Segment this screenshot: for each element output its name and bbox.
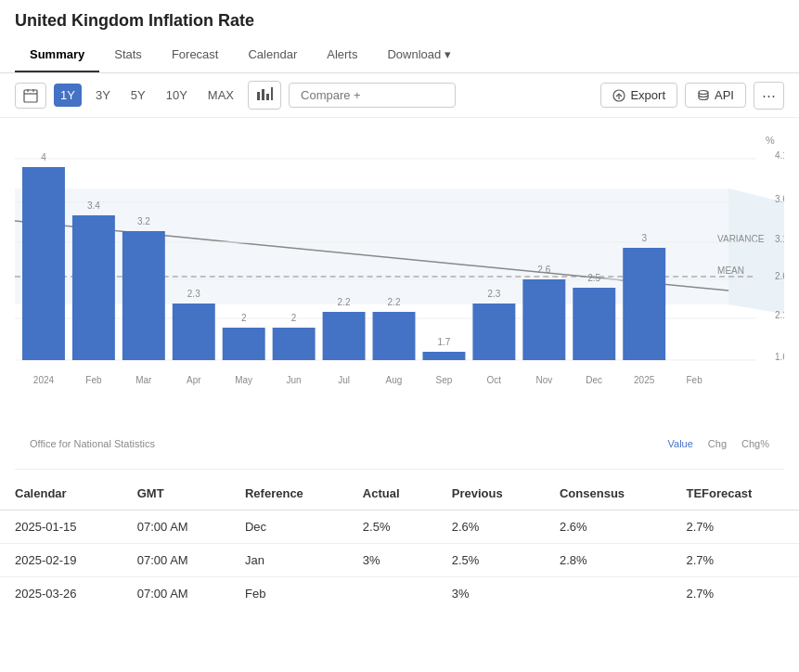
col-reference: Reference (230, 477, 348, 510)
period-5y[interactable]: 5Y (124, 84, 152, 107)
bar-apr (173, 304, 215, 360)
value-link[interactable]: Value (668, 438, 693, 449)
cell-0: 2025-02-19 (0, 544, 122, 577)
svg-text:2: 2 (241, 313, 247, 323)
svg-text:2.1: 2.1 (775, 310, 784, 320)
bar-2024 (22, 167, 65, 360)
cell-6: 2.7% (671, 544, 799, 577)
svg-rect-4 (257, 92, 260, 100)
svg-text:4.1: 4.1 (775, 150, 784, 161)
cell-0: 2025-01-15 (0, 510, 122, 544)
svg-text:Feb: Feb (85, 375, 102, 385)
col-te-forecast: TEForecast (671, 477, 799, 510)
col-previous: Previous (437, 477, 545, 510)
chg-pct-label: Chg% (741, 438, 769, 449)
svg-point-10 (699, 90, 708, 94)
bar-oct (472, 304, 515, 360)
bar-2025 (623, 248, 665, 360)
bar-chart-icon (256, 86, 273, 101)
cell-4: 3% (437, 577, 545, 611)
cell-2: Jan (230, 544, 348, 577)
bar-jun (273, 328, 316, 360)
svg-text:3.6: 3.6 (775, 194, 784, 204)
toolbar-right: Export API ⋯ (600, 82, 784, 110)
svg-rect-7 (271, 87, 273, 100)
period-max[interactable]: MAX (201, 84, 240, 107)
tab-summary[interactable]: Summary (15, 38, 99, 72)
svg-text:2025: 2025 (634, 375, 655, 385)
bar-aug (373, 312, 416, 360)
col-actual: Actual (348, 477, 437, 510)
cell-3: 3% (348, 544, 437, 577)
chg-label: Chg (708, 438, 727, 449)
tab-calendar[interactable]: Calendar (233, 38, 312, 72)
col-gmt: GMT (122, 477, 230, 510)
cell-0: 2025-03-26 (0, 577, 122, 611)
more-button[interactable]: ⋯ (754, 82, 784, 110)
tab-download[interactable]: Download ▾ (372, 38, 465, 72)
chart-type-button[interactable] (248, 81, 281, 110)
svg-text:Apr: Apr (187, 375, 201, 385)
table-row: 2025-01-1507:00 AMDec2.5%2.6%2.6%2.7% (0, 510, 799, 544)
compare-input[interactable] (289, 83, 456, 108)
data-table: Calendar GMT Reference Actual Previous C… (0, 477, 799, 610)
svg-text:2.3: 2.3 (487, 289, 500, 299)
cell-5: 2.8% (545, 544, 672, 577)
svg-text:2.2: 2.2 (338, 297, 351, 307)
chart-footer: Office for National Statistics Value Chg… (15, 433, 784, 455)
svg-text:Oct: Oct (487, 375, 502, 385)
svg-text:Sep: Sep (436, 375, 453, 385)
period-3y[interactable]: 3Y (89, 84, 117, 107)
table-row: 2025-02-1907:00 AMJan3%2.5%2.8%2.7% (0, 544, 799, 577)
svg-text:Jun: Jun (287, 375, 302, 385)
cell-1: 07:00 AM (122, 577, 230, 611)
bar-feb1 (72, 215, 115, 360)
cell-6: 2.7% (671, 510, 799, 544)
cell-3 (348, 577, 437, 611)
chart-footer-right: Value Chg Chg% (668, 438, 769, 449)
table-row: 2025-03-2607:00 AMFeb3%2.7% (0, 577, 799, 611)
svg-rect-0 (24, 90, 37, 102)
cell-4: 2.6% (437, 510, 545, 544)
api-button[interactable]: API (685, 83, 746, 108)
svg-text:2.6: 2.6 (775, 271, 784, 281)
svg-text:3: 3 (641, 233, 647, 243)
export-button[interactable]: Export (600, 83, 677, 108)
bar-may (223, 328, 265, 360)
period-1y[interactable]: 1Y (54, 84, 82, 107)
svg-text:3.4: 3.4 (87, 200, 100, 211)
tab-forecast[interactable]: Forecast (157, 38, 234, 72)
svg-text:Jul: Jul (338, 375, 350, 385)
calendar-icon (23, 88, 38, 103)
svg-text:Nov: Nov (535, 375, 552, 385)
cell-6: 2.7% (671, 577, 799, 611)
bar-mar (122, 231, 165, 360)
svg-text:2: 2 (291, 313, 297, 323)
svg-text:3.1: 3.1 (775, 234, 784, 244)
svg-text:2.3: 2.3 (187, 289, 200, 299)
tab-alerts[interactable]: Alerts (312, 38, 372, 72)
calendar-button[interactable] (15, 83, 46, 109)
cell-2: Dec (230, 510, 348, 544)
cell-1: 07:00 AM (122, 544, 230, 577)
col-consensus: Consensus (545, 477, 672, 510)
svg-rect-6 (266, 94, 269, 100)
cell-1: 07:00 AM (122, 510, 230, 544)
tab-stats[interactable]: Stats (99, 38, 157, 72)
chart-svg: % 4.1 3.6 3.1 2.6 2.1 1.6 VARIANCE MEAN … (15, 133, 784, 430)
cell-2: Feb (230, 577, 348, 611)
svg-marker-12 (15, 188, 728, 304)
database-icon (697, 89, 710, 102)
svg-text:Dec: Dec (586, 375, 602, 385)
bar-sep (422, 352, 465, 360)
svg-text:Feb: Feb (687, 375, 703, 385)
svg-text:Aug: Aug (386, 375, 403, 385)
cell-4: 2.5% (437, 544, 545, 577)
svg-text:MEAN: MEAN (717, 265, 744, 276)
bar-jul (323, 312, 366, 360)
bar-nov (522, 279, 565, 360)
cell-5 (545, 577, 672, 611)
period-10y[interactable]: 10Y (160, 84, 194, 107)
svg-text:2.5: 2.5 (587, 273, 600, 283)
svg-text:2024: 2024 (33, 375, 55, 385)
